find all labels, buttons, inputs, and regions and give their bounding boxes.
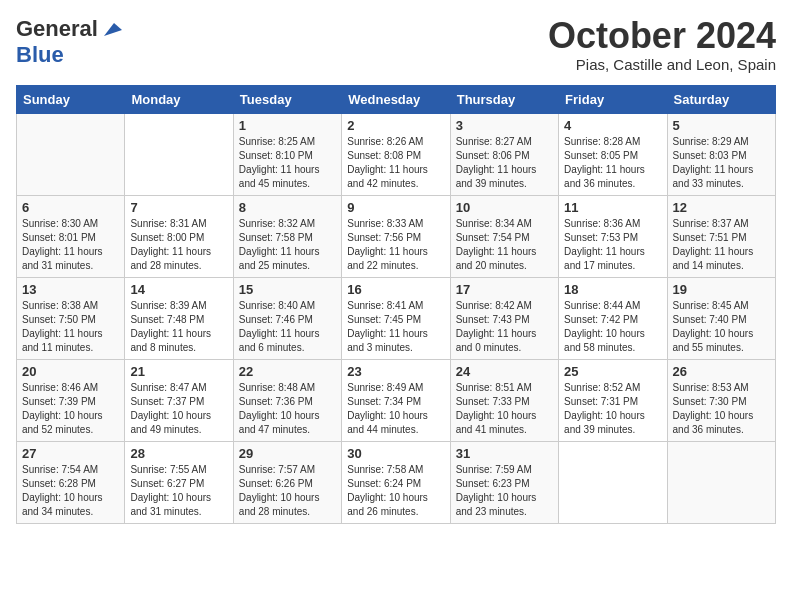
- calendar-cell: [125, 113, 233, 195]
- day-number: 19: [673, 282, 770, 297]
- day-number: 22: [239, 364, 336, 379]
- calendar-cell: 19Sunrise: 8:45 AMSunset: 7:40 PMDayligh…: [667, 277, 775, 359]
- day-number: 9: [347, 200, 444, 215]
- day-number: 3: [456, 118, 553, 133]
- day-number: 23: [347, 364, 444, 379]
- calendar-cell: 14Sunrise: 8:39 AMSunset: 7:48 PMDayligh…: [125, 277, 233, 359]
- col-friday: Friday: [559, 85, 667, 113]
- calendar-cell: 30Sunrise: 7:58 AMSunset: 6:24 PMDayligh…: [342, 441, 450, 523]
- col-tuesday: Tuesday: [233, 85, 341, 113]
- day-number: 5: [673, 118, 770, 133]
- cell-content: Sunrise: 8:38 AMSunset: 7:50 PMDaylight:…: [22, 299, 119, 355]
- cell-content: Sunrise: 8:42 AMSunset: 7:43 PMDaylight:…: [456, 299, 553, 355]
- calendar-week-4: 20Sunrise: 8:46 AMSunset: 7:39 PMDayligh…: [17, 359, 776, 441]
- calendar-cell: 6Sunrise: 8:30 AMSunset: 8:01 PMDaylight…: [17, 195, 125, 277]
- day-number: 28: [130, 446, 227, 461]
- cell-content: Sunrise: 8:34 AMSunset: 7:54 PMDaylight:…: [456, 217, 553, 273]
- col-thursday: Thursday: [450, 85, 558, 113]
- day-number: 15: [239, 282, 336, 297]
- day-number: 29: [239, 446, 336, 461]
- page-header: General Blue October 2024 Pias, Castille…: [16, 16, 776, 73]
- cell-content: Sunrise: 7:59 AMSunset: 6:23 PMDaylight:…: [456, 463, 553, 519]
- cell-content: Sunrise: 8:52 AMSunset: 7:31 PMDaylight:…: [564, 381, 661, 437]
- cell-content: Sunrise: 8:27 AMSunset: 8:06 PMDaylight:…: [456, 135, 553, 191]
- calendar-cell: 11Sunrise: 8:36 AMSunset: 7:53 PMDayligh…: [559, 195, 667, 277]
- cell-content: Sunrise: 8:26 AMSunset: 8:08 PMDaylight:…: [347, 135, 444, 191]
- cell-content: Sunrise: 8:44 AMSunset: 7:42 PMDaylight:…: [564, 299, 661, 355]
- logo-general-text: General: [16, 16, 98, 42]
- calendar-cell: 1Sunrise: 8:25 AMSunset: 8:10 PMDaylight…: [233, 113, 341, 195]
- cell-content: Sunrise: 8:29 AMSunset: 8:03 PMDaylight:…: [673, 135, 770, 191]
- day-number: 6: [22, 200, 119, 215]
- calendar-cell: 15Sunrise: 8:40 AMSunset: 7:46 PMDayligh…: [233, 277, 341, 359]
- calendar-cell: 12Sunrise: 8:37 AMSunset: 7:51 PMDayligh…: [667, 195, 775, 277]
- calendar-cell: 26Sunrise: 8:53 AMSunset: 7:30 PMDayligh…: [667, 359, 775, 441]
- cell-content: Sunrise: 8:32 AMSunset: 7:58 PMDaylight:…: [239, 217, 336, 273]
- day-number: 25: [564, 364, 661, 379]
- month-title: October 2024: [548, 16, 776, 56]
- col-sunday: Sunday: [17, 85, 125, 113]
- day-number: 20: [22, 364, 119, 379]
- cell-content: Sunrise: 8:48 AMSunset: 7:36 PMDaylight:…: [239, 381, 336, 437]
- calendar-cell: 4Sunrise: 8:28 AMSunset: 8:05 PMDaylight…: [559, 113, 667, 195]
- cell-content: Sunrise: 8:33 AMSunset: 7:56 PMDaylight:…: [347, 217, 444, 273]
- col-wednesday: Wednesday: [342, 85, 450, 113]
- calendar-cell: 20Sunrise: 8:46 AMSunset: 7:39 PMDayligh…: [17, 359, 125, 441]
- cell-content: Sunrise: 8:31 AMSunset: 8:00 PMDaylight:…: [130, 217, 227, 273]
- col-saturday: Saturday: [667, 85, 775, 113]
- calendar-cell: 3Sunrise: 8:27 AMSunset: 8:06 PMDaylight…: [450, 113, 558, 195]
- calendar-cell: 2Sunrise: 8:26 AMSunset: 8:08 PMDaylight…: [342, 113, 450, 195]
- cell-content: Sunrise: 7:54 AMSunset: 6:28 PMDaylight:…: [22, 463, 119, 519]
- day-number: 31: [456, 446, 553, 461]
- cell-content: Sunrise: 8:46 AMSunset: 7:39 PMDaylight:…: [22, 381, 119, 437]
- cell-content: Sunrise: 7:58 AMSunset: 6:24 PMDaylight:…: [347, 463, 444, 519]
- cell-content: Sunrise: 8:36 AMSunset: 7:53 PMDaylight:…: [564, 217, 661, 273]
- day-number: 11: [564, 200, 661, 215]
- day-number: 10: [456, 200, 553, 215]
- day-number: 16: [347, 282, 444, 297]
- calendar-cell: 7Sunrise: 8:31 AMSunset: 8:00 PMDaylight…: [125, 195, 233, 277]
- cell-content: Sunrise: 8:49 AMSunset: 7:34 PMDaylight:…: [347, 381, 444, 437]
- calendar-cell: 13Sunrise: 8:38 AMSunset: 7:50 PMDayligh…: [17, 277, 125, 359]
- cell-content: Sunrise: 8:41 AMSunset: 7:45 PMDaylight:…: [347, 299, 444, 355]
- header-row: Sunday Monday Tuesday Wednesday Thursday…: [17, 85, 776, 113]
- calendar-cell: 22Sunrise: 8:48 AMSunset: 7:36 PMDayligh…: [233, 359, 341, 441]
- calendar-cell: 18Sunrise: 8:44 AMSunset: 7:42 PMDayligh…: [559, 277, 667, 359]
- calendar-week-5: 27Sunrise: 7:54 AMSunset: 6:28 PMDayligh…: [17, 441, 776, 523]
- calendar-cell: 23Sunrise: 8:49 AMSunset: 7:34 PMDayligh…: [342, 359, 450, 441]
- day-number: 13: [22, 282, 119, 297]
- day-number: 30: [347, 446, 444, 461]
- location-title: Pias, Castille and Leon, Spain: [548, 56, 776, 73]
- col-monday: Monday: [125, 85, 233, 113]
- day-number: 4: [564, 118, 661, 133]
- calendar-week-2: 6Sunrise: 8:30 AMSunset: 8:01 PMDaylight…: [17, 195, 776, 277]
- calendar-cell: [17, 113, 125, 195]
- cell-content: Sunrise: 8:45 AMSunset: 7:40 PMDaylight:…: [673, 299, 770, 355]
- day-number: 18: [564, 282, 661, 297]
- calendar-cell: 27Sunrise: 7:54 AMSunset: 6:28 PMDayligh…: [17, 441, 125, 523]
- calendar-cell: 25Sunrise: 8:52 AMSunset: 7:31 PMDayligh…: [559, 359, 667, 441]
- day-number: 8: [239, 200, 336, 215]
- cell-content: Sunrise: 8:40 AMSunset: 7:46 PMDaylight:…: [239, 299, 336, 355]
- day-number: 21: [130, 364, 227, 379]
- calendar-cell: 9Sunrise: 8:33 AMSunset: 7:56 PMDaylight…: [342, 195, 450, 277]
- cell-content: Sunrise: 8:47 AMSunset: 7:37 PMDaylight:…: [130, 381, 227, 437]
- calendar-cell: [667, 441, 775, 523]
- cell-content: Sunrise: 8:39 AMSunset: 7:48 PMDaylight:…: [130, 299, 227, 355]
- calendar-cell: 24Sunrise: 8:51 AMSunset: 7:33 PMDayligh…: [450, 359, 558, 441]
- day-number: 2: [347, 118, 444, 133]
- calendar-cell: 31Sunrise: 7:59 AMSunset: 6:23 PMDayligh…: [450, 441, 558, 523]
- cell-content: Sunrise: 8:30 AMSunset: 8:01 PMDaylight:…: [22, 217, 119, 273]
- calendar-cell: 28Sunrise: 7:55 AMSunset: 6:27 PMDayligh…: [125, 441, 233, 523]
- calendar-cell: 10Sunrise: 8:34 AMSunset: 7:54 PMDayligh…: [450, 195, 558, 277]
- cell-content: Sunrise: 8:53 AMSunset: 7:30 PMDaylight:…: [673, 381, 770, 437]
- day-number: 14: [130, 282, 227, 297]
- day-number: 7: [130, 200, 227, 215]
- day-number: 12: [673, 200, 770, 215]
- calendar-cell: 8Sunrise: 8:32 AMSunset: 7:58 PMDaylight…: [233, 195, 341, 277]
- logo-icon: [100, 18, 122, 40]
- cell-content: Sunrise: 7:57 AMSunset: 6:26 PMDaylight:…: [239, 463, 336, 519]
- day-number: 24: [456, 364, 553, 379]
- calendar-table: Sunday Monday Tuesday Wednesday Thursday…: [16, 85, 776, 524]
- calendar-week-3: 13Sunrise: 8:38 AMSunset: 7:50 PMDayligh…: [17, 277, 776, 359]
